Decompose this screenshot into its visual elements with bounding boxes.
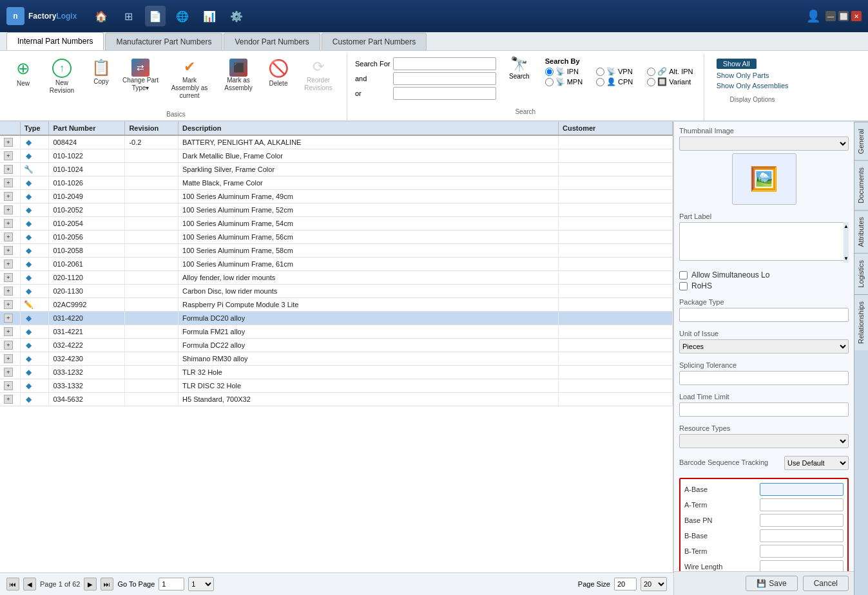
part-label-scrollbar[interactable]: ▲ ▼: [844, 222, 849, 263]
nav-grid-icon[interactable]: ⊞: [118, 6, 139, 26]
table-row[interactable]: + ◆ 034-5632 H5 Standard, 700X32: [0, 393, 673, 406]
next-page-button[interactable]: ▶: [84, 578, 97, 590]
col-revision[interactable]: Revision: [125, 122, 178, 135]
expand-cell[interactable]: +: [0, 298, 20, 312]
expand-cell[interactable]: +: [0, 312, 20, 325]
expand-button[interactable]: +: [4, 368, 13, 377]
table-row[interactable]: + ◆ 010-2054 100 Series Aluminum Frame, …: [0, 217, 673, 231]
search-by-cpn[interactable]: 👤 CPN: [596, 77, 642, 86]
expand-button[interactable]: +: [4, 151, 13, 160]
expand-button[interactable]: +: [4, 138, 13, 147]
expand-cell[interactable]: +: [0, 190, 20, 203]
table-row[interactable]: + ◆ 010-2058 100 Series Aluminum Frame, …: [0, 244, 673, 258]
expand-button[interactable]: +: [4, 165, 13, 174]
reorder-revisions-button[interactable]: ⟳ Reorder Revisions: [295, 56, 342, 95]
goto-page-dropdown[interactable]: 1: [188, 577, 214, 591]
expand-button[interactable]: +: [4, 273, 13, 282]
expand-button[interactable]: +: [4, 246, 13, 255]
field-a-term-input[interactable]: [760, 498, 844, 511]
search-for-input[interactable]: [393, 57, 496, 70]
search-or-input[interactable]: [393, 87, 496, 100]
page-size-input[interactable]: [614, 578, 637, 590]
cancel-button[interactable]: Cancel: [803, 576, 849, 591]
expand-cell[interactable]: +: [0, 339, 20, 352]
table-row[interactable]: + ◆ 020-1120 Alloy fender, low rider mou…: [0, 271, 673, 285]
nav-home-icon[interactable]: 🏠: [91, 6, 111, 26]
expand-cell[interactable]: +: [0, 325, 20, 339]
table-row[interactable]: + ◆ 010-1022 Dark Metallic Blue, Frame C…: [0, 149, 673, 163]
tab-logistics[interactable]: Logistics: [854, 253, 868, 294]
table-row[interactable]: + ◆ 031-4220 Formula DC20 alloy: [0, 312, 673, 325]
search-by-vpn[interactable]: 📡 VPN: [596, 67, 642, 76]
show-only-parts-button[interactable]: Show Only Parts: [717, 71, 769, 79]
expand-button[interactable]: +: [4, 192, 13, 201]
thumbnail-select[interactable]: [679, 137, 849, 151]
expand-cell[interactable]: +: [0, 135, 20, 149]
resource-types-select[interactable]: [679, 434, 849, 448]
expand-button[interactable]: +: [4, 327, 13, 336]
table-row[interactable]: + ◆ 033-1332 TLR DISC 32 Hole: [0, 379, 673, 393]
expand-button[interactable]: +: [4, 287, 13, 296]
nav-doc-icon[interactable]: 📄: [145, 6, 166, 26]
unit-of-issue-select[interactable]: Pieces: [679, 339, 849, 354]
search-and-input[interactable]: [393, 72, 496, 85]
part-label-field[interactable]: [679, 222, 849, 261]
col-description[interactable]: Description: [178, 122, 559, 135]
expand-cell[interactable]: +: [0, 379, 20, 393]
splicing-tolerance-field[interactable]: [679, 371, 849, 385]
expand-cell[interactable]: +: [0, 163, 20, 176]
page-size-dropdown[interactable]: 20 50 100: [641, 577, 667, 591]
delete-button[interactable]: 🚫 Delete: [264, 56, 293, 90]
new-revision-button[interactable]: ↑ New Revision: [39, 56, 85, 97]
nav-globe-icon[interactable]: 🌐: [172, 6, 193, 26]
search-by-alt-ipn[interactable]: 🔗 Alt. IPN: [647, 67, 693, 76]
barcode-tracking-select[interactable]: Use Default: [784, 456, 849, 470]
field-b-base-input[interactable]: [760, 529, 844, 542]
tab-vendor-parts[interactable]: Vendor Part Numbers: [224, 33, 320, 50]
search-by-variant[interactable]: 🔲 Variant: [647, 77, 693, 86]
first-page-button[interactable]: ⏮: [6, 578, 19, 590]
data-table[interactable]: Type Part Number Revision Description Cu…: [0, 122, 673, 572]
table-row[interactable]: + ◆ 031-4221 Formula FM21 alloy: [0, 325, 673, 339]
expand-cell[interactable]: +: [0, 352, 20, 366]
expand-cell[interactable]: +: [0, 217, 20, 231]
table-row[interactable]: + 🔧 010-1024 Sparkling Silver, Frame Col…: [0, 163, 673, 176]
expand-button[interactable]: +: [4, 205, 13, 214]
expand-cell[interactable]: +: [0, 366, 20, 379]
mark-assembly-current-button[interactable]: ✔ Mark Assembly as current: [166, 56, 213, 102]
table-row[interactable]: + ◆ 010-2061 100 Series Aluminum Frame, …: [0, 258, 673, 271]
expand-cell[interactable]: +: [0, 244, 20, 258]
load-time-limit-field[interactable]: [679, 402, 849, 417]
col-customer[interactable]: Customer: [558, 122, 672, 135]
show-only-assemblies-button[interactable]: Show Only Assemblies: [717, 82, 789, 90]
table-row[interactable]: + ✏️ 02AC9992 Raspberry Pi Compute Modul…: [0, 298, 673, 312]
expand-button[interactable]: +: [4, 300, 13, 309]
tab-general[interactable]: General: [854, 122, 868, 160]
expand-button[interactable]: +: [4, 219, 13, 228]
table-row[interactable]: + ◆ 010-2049 100 Series Aluminum Frame, …: [0, 190, 673, 203]
goto-page-input[interactable]: [159, 578, 184, 590]
table-row[interactable]: + ◆ 033-1232 TLR 32 Hole: [0, 366, 673, 379]
expand-button[interactable]: +: [4, 381, 13, 390]
expand-cell[interactable]: +: [0, 393, 20, 406]
expand-button[interactable]: +: [4, 395, 13, 404]
save-button[interactable]: 💾 Save: [746, 576, 797, 591]
tab-documents[interactable]: Documents: [854, 160, 868, 210]
table-row[interactable]: + ◆ 032-4230 Shimano RM30 alloy: [0, 352, 673, 366]
table-row[interactable]: + ◆ 010-2056 100 Series Aluminum Frame, …: [0, 231, 673, 244]
expand-button[interactable]: +: [4, 178, 13, 187]
expand-cell[interactable]: +: [0, 285, 20, 298]
close-button[interactable]: ✕: [851, 11, 862, 21]
rohs-checkbox[interactable]: [679, 282, 688, 290]
search-by-mpn[interactable]: 📡 MPN: [545, 77, 591, 86]
expand-cell[interactable]: +: [0, 149, 20, 163]
expand-cell[interactable]: +: [0, 271, 20, 285]
field-b-term-input[interactable]: [760, 545, 844, 558]
change-part-type-button[interactable]: ⇄ Change Part Type▾: [117, 56, 164, 95]
minimize-button[interactable]: —: [825, 11, 836, 21]
field-a-base-input[interactable]: [760, 483, 844, 496]
new-button[interactable]: ⊕ New: [10, 56, 36, 90]
restore-button[interactable]: ⬜: [838, 11, 849, 21]
table-row[interactable]: + ◆ 010-2052 100 Series Aluminum Frame, …: [0, 203, 673, 217]
search-button[interactable]: 🔭 Search: [504, 53, 535, 82]
